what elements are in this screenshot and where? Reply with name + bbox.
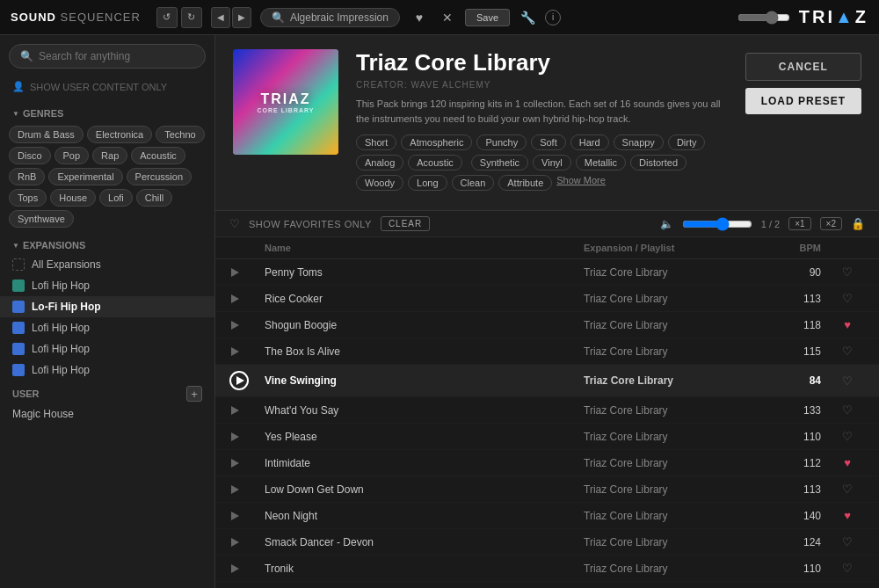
track-row[interactable]: Shogun Boogie Triaz Core Library 118 ♥ (215, 312, 879, 338)
track-heart-icon[interactable]: ♡ (830, 374, 865, 388)
genre-tag-rnb[interactable]: RnB (9, 168, 45, 185)
genre-tag-electronica[interactable]: Electronica (87, 126, 152, 143)
volume-slider[interactable] (737, 11, 790, 25)
sidebar-search-container[interactable]: 🔍 (9, 44, 206, 69)
info-icon[interactable]: i (545, 10, 561, 25)
track-row[interactable]: Rice Cooker Triaz Core Library 113 ♡ (215, 286, 879, 312)
next-button[interactable]: ▶ (232, 7, 251, 28)
pack-tag-woody[interactable]: Woody (356, 175, 403, 191)
pack-tag-atmospheric[interactable]: Atmospheric (401, 134, 472, 150)
pack-tag-acoustic[interactable]: Acoustic (408, 155, 462, 171)
track-heart-icon[interactable]: ♡ (830, 430, 865, 443)
track-row[interactable]: Intimidate Triaz Core Library 112 ♥ (215, 450, 879, 476)
redo-button[interactable]: ↻ (181, 7, 202, 28)
track-row[interactable]: Tronik Triaz Core Library 110 ♡ (215, 555, 879, 582)
genre-tag-acoustic[interactable]: Acoustic (131, 147, 185, 164)
expansion-item-lofi1[interactable]: Lofi Hip Hop (0, 275, 214, 296)
show-favorites-label[interactable]: SHOW FAVORITES ONLY (249, 219, 372, 229)
track-row[interactable]: Neon Night Triaz Core Library 140 ♥ (215, 503, 879, 529)
play-button[interactable] (229, 564, 265, 573)
pack-tag-punchy[interactable]: Punchy (476, 134, 527, 150)
track-row[interactable]: What'd You Say Triaz Core Library 133 ♡ (215, 397, 879, 424)
track-heart-icon[interactable]: ♥ (830, 456, 865, 469)
search-input[interactable] (39, 50, 194, 62)
track-heart-icon[interactable]: ♡ (830, 562, 865, 575)
heart-icon[interactable]: ♥ (409, 7, 430, 28)
pack-tag-short[interactable]: Short (356, 134, 396, 150)
pack-tag-clean[interactable]: Clean (452, 175, 495, 191)
pack-tag-soft[interactable]: Soft (531, 134, 566, 150)
genre-tag-lofi[interactable]: Lofi (99, 189, 133, 207)
track-row[interactable]: Low Down Get Down Triaz Core Library 113… (215, 476, 879, 503)
expansion-item-all[interactable]: All Expansions (0, 254, 214, 275)
pack-tag-synthetic[interactable]: Synthetic (471, 155, 528, 171)
track-playlist: Triaz Core Library (584, 563, 759, 575)
genre-tag-rap[interactable]: Rap (92, 147, 127, 164)
genre-tag-tops[interactable]: Tops (9, 189, 47, 207)
pack-tag-dirty[interactable]: Dirty (668, 134, 706, 150)
clear-button[interactable]: CLEAR (381, 216, 430, 231)
save-button[interactable]: Save (465, 9, 510, 26)
pack-tag-distorted[interactable]: Distorted (630, 155, 686, 171)
undo-button[interactable]: ↺ (156, 7, 178, 28)
cancel-button[interactable]: CANCEL (745, 53, 861, 81)
track-row[interactable]: The Box Is Alive Triaz Core Library 115 … (215, 338, 879, 365)
load-preset-button[interactable]: LOAD PRESET (745, 88, 861, 114)
track-row[interactable]: Smack Dancer - Devon Triaz Core Library … (215, 529, 879, 555)
track-heart-icon[interactable]: ♡ (830, 483, 865, 496)
genre-tag-pop[interactable]: Pop (54, 147, 90, 164)
track-heart-icon[interactable]: ♥ (830, 509, 865, 522)
user-item-magic-house[interactable]: Magic House (12, 405, 202, 423)
track-heart-icon[interactable]: ♡ (830, 345, 865, 358)
track-heart-icon[interactable]: ♡ (830, 403, 865, 417)
play-button[interactable] (229, 347, 265, 356)
genre-tag-percussion[interactable]: Percussion (127, 168, 192, 185)
track-heart-icon[interactable]: ♡ (830, 292, 865, 305)
play-button[interactable] (229, 294, 265, 303)
play-button[interactable] (229, 512, 265, 520)
track-heart-icon[interactable]: ♡ (830, 535, 865, 548)
pack-tag-analog[interactable]: Analog (356, 155, 403, 171)
track-heart-icon[interactable]: ♡ (830, 265, 865, 279)
add-user-button[interactable]: + (186, 386, 202, 402)
play-button[interactable] (229, 268, 265, 277)
wrench-icon[interactable]: 🔧 (517, 7, 538, 28)
expansion-item-lofi2[interactable]: Lofi Hip Hop (0, 317, 214, 338)
pack-tag-vinyl[interactable]: Vinyl (533, 155, 571, 171)
play-button[interactable] (229, 485, 265, 494)
topbar-search[interactable]: 🔍 Algebraic Impression (260, 8, 400, 27)
pack-tag-attribute[interactable]: Attribute (498, 175, 552, 191)
expansion-item-lofi-active[interactable]: Lo-Fi Hip Hop (0, 296, 214, 317)
play-button[interactable] (229, 432, 265, 441)
x1-badge[interactable]: ×1 (788, 217, 810, 230)
track-row[interactable]: Penny Toms Triaz Core Library 90 ♡ (215, 259, 879, 286)
play-button[interactable] (229, 459, 265, 468)
genre-tag-house[interactable]: House (50, 189, 96, 207)
genre-tag-experimental[interactable]: Experimental (48, 168, 122, 185)
x2-badge[interactable]: ×2 (820, 217, 842, 230)
show-more-link[interactable]: Show More (556, 175, 606, 191)
preview-volume-slider[interactable] (682, 217, 752, 231)
genre-tag-disco[interactable]: Disco (9, 147, 51, 164)
track-heart-icon[interactable]: ♥ (830, 318, 865, 331)
pack-tag-hard[interactable]: Hard (570, 134, 609, 150)
track-row[interactable]: Vine Swinging Triaz Core Library 84 ♡ (215, 365, 879, 397)
genre-tag-chill[interactable]: Chill (136, 189, 172, 207)
genre-tag-drum-bass[interactable]: Drum & Bass (9, 126, 84, 143)
track-row[interactable]: Yes Please Triaz Core Library 110 ♡ (215, 424, 879, 450)
play-button[interactable] (229, 538, 265, 547)
genre-tag-synthwave[interactable]: Synthwave (9, 210, 74, 228)
close-icon[interactable]: ✕ (437, 7, 458, 28)
play-button[interactable] (229, 321, 265, 330)
prev-button[interactable]: ◀ (211, 7, 230, 28)
pack-tag-metallic[interactable]: Metallic (576, 155, 626, 171)
pack-tag-snappy[interactable]: Snappy (614, 134, 664, 150)
genre-tag-techno[interactable]: Techno (156, 126, 204, 143)
play-button[interactable] (229, 371, 265, 390)
expansion-item-lofi4[interactable]: Lofi Hip Hop (0, 359, 214, 381)
show-user-content-toggle[interactable]: 👤 SHOW USER CONTENT ONLY (0, 77, 214, 96)
expansion-item-lofi3[interactable]: Lofi Hip Hop (0, 338, 214, 359)
favorites-heart-icon[interactable]: ♡ (229, 217, 240, 230)
play-button[interactable] (229, 406, 265, 415)
pack-tag-long[interactable]: Long (408, 175, 447, 191)
